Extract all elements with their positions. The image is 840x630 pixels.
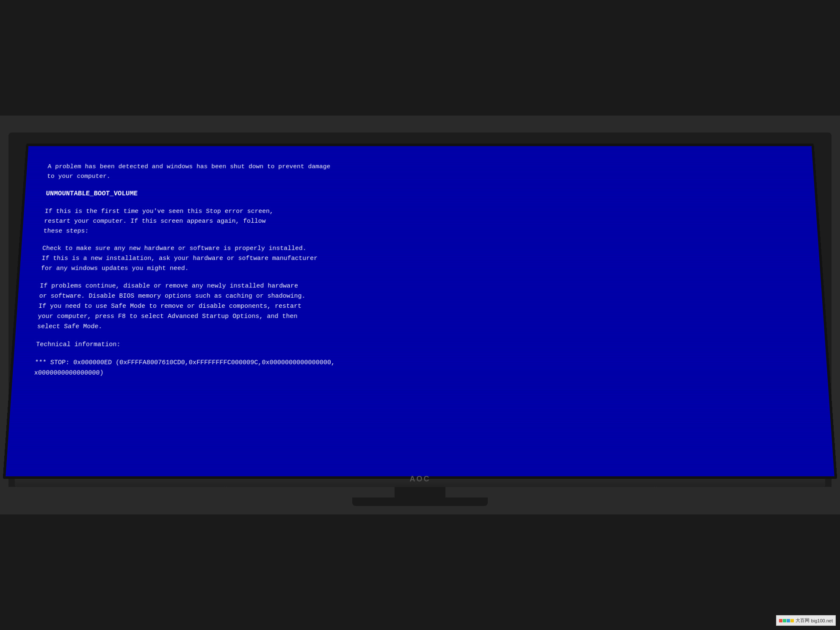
monitor-brand: AOC [410,475,431,484]
bsod-section2-line3: for any windows updates you might need. [41,263,799,274]
watermark-logo-yellow [790,619,794,622]
bsod-section3-line4: your computer, press F8 to select Advanc… [38,312,803,322]
watermark-text: 大百网 [796,617,810,624]
bsod-section1-line2: restart your computer. If this screen ap… [44,216,796,226]
monitor-frame: A problem has been detected and windows … [8,133,832,487]
watermark-logo-red [779,619,782,622]
bsod-section1-line1: If this is the first time you've seen th… [44,207,796,216]
bsod-tech-header: Technical information: [36,340,804,350]
watermark-url: big100.net [811,618,833,623]
screen-outer: A problem has been detected and windows … [3,144,837,479]
bsod-section3-line2: or software. Disable BIOS memory options… [39,291,801,301]
bsod-section3-line5: select Safe Mode. [37,322,803,332]
watermark-logo-green [783,619,786,622]
bsod-line-1: A problem has been detected and windows … [47,162,793,172]
monitor-stand-neck [395,487,445,497]
bsod-error-code: UNMOUNTABLE_BOOT_VOLUME [46,189,795,199]
bsod-section3-line1: If problems continue, disable or remove … [39,281,800,291]
bsod-section2-line1: Check to make sure any new hardware or s… [42,243,798,254]
photo-wrapper: A problem has been detected and windows … [0,116,840,514]
bsod-section2-line2: If this is a new installation, ask your … [41,254,799,264]
bsod-section1-line3: these steps: [43,226,797,236]
watermark-logo-blue [787,619,790,622]
bsod-screen: A problem has been detected and windows … [6,146,834,476]
watermark-logo [779,619,794,622]
bsod-stop-line2: x0000000000000000) [34,368,806,379]
bsod-stop-line1: *** STOP: 0x000000ED (0xFFFFA8007610CD0,… [34,358,805,368]
watermark: 大百网 big100.net [776,615,836,626]
monitor-stand-base [352,497,488,506]
bsod-line-2: to your computer. [47,172,793,182]
bsod-section3-line3: If you need to use Safe Mode to remove o… [38,301,802,312]
